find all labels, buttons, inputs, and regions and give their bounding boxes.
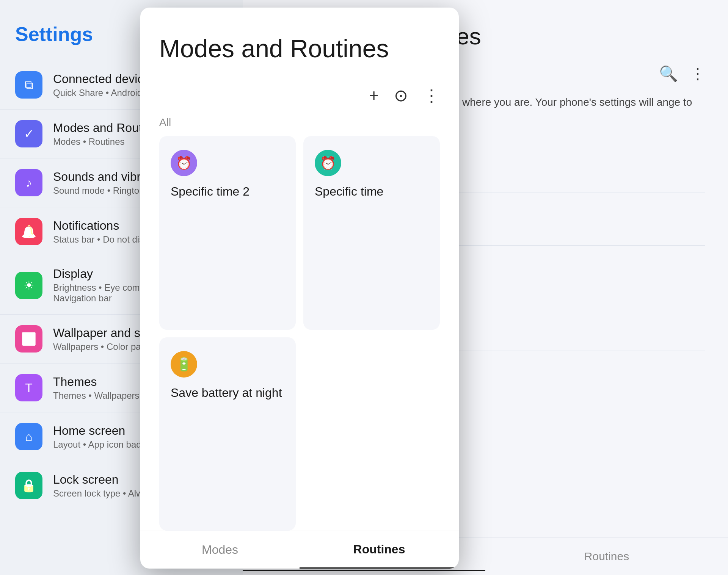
lock-screen-icon: 🔒 <box>15 472 42 499</box>
routine-icon-0: ⏰ <box>171 150 197 176</box>
modes-and-routines-icon: ✓ <box>15 120 42 147</box>
routine-card-0[interactable]: ⏰ Specific time 2 <box>159 136 296 330</box>
wallpaper-and-style-icon: ⬛ <box>15 325 42 353</box>
routine-icon-1: ⏰ <box>315 150 341 176</box>
front-section-label: All <box>140 113 459 136</box>
display-icon: ☀ <box>15 272 42 299</box>
connected-devices-icon: ⧉ <box>15 71 42 99</box>
right-tab-routines[interactable]: Routines <box>485 542 728 570</box>
routine-name-1: Specific time <box>315 184 428 200</box>
search-icon[interactable]: 🔍 <box>659 65 678 83</box>
front-tab-routines[interactable]: Routines <box>300 531 459 569</box>
routine-card-2[interactable]: 🔋 Save battery at night <box>159 337 296 531</box>
routines-grid: ⏰ Specific time 2 ⏰ Specific time 🔋 Save… <box>140 136 459 531</box>
themes-icon: T <box>15 374 42 401</box>
routine-icon-2: 🔋 <box>171 351 197 378</box>
notifications-icon: 🔔 <box>15 218 42 245</box>
routine-name-0: Specific time 2 <box>171 184 284 200</box>
sounds-and-vibration-icon: ♪ <box>15 169 42 196</box>
front-panel-title: Modes and Routines <box>159 34 440 63</box>
more-options-button[interactable]: ⋮ <box>423 86 440 105</box>
routine-name-2: Save battery at night <box>171 385 284 401</box>
front-panel-header: Modes and Routines <box>140 8 459 82</box>
add-routine-button[interactable]: + <box>369 86 379 105</box>
front-toolbar: + ⊙ ⋮ <box>140 82 459 113</box>
home-screen-icon: ⌂ <box>15 423 42 450</box>
more-options-icon[interactable]: ⋮ <box>690 65 705 83</box>
front-panel: Modes and Routines + ⊙ ⋮ All ⏰ Specific … <box>140 8 459 569</box>
front-panel-bottom-tabs: ModesRoutines <box>140 531 459 569</box>
routine-card-1[interactable]: ⏰ Specific time <box>303 136 440 330</box>
front-tab-modes[interactable]: Modes <box>140 531 300 569</box>
compass-button[interactable]: ⊙ <box>394 86 408 105</box>
